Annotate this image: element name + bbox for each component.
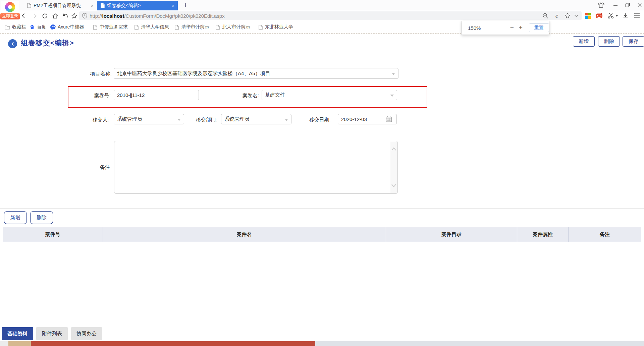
file-no-label: 案卷号: — [77, 93, 111, 99]
app-grid-icon[interactable] — [584, 11, 592, 20]
zoom-level: 150% — [468, 25, 481, 31]
bookmark-nefu[interactable]: 东北林业大学 — [258, 21, 293, 34]
scroll-down-icon[interactable] — [391, 184, 396, 188]
bookmark-tsinghua-audit[interactable]: 清华审计演示 — [174, 21, 209, 34]
refresh-icon[interactable] — [40, 11, 49, 20]
favorite-star-icon[interactable] — [70, 11, 78, 20]
bookmark-baidu[interactable]: 百度 — [30, 21, 46, 34]
tab-close-icon[interactable]: × — [172, 3, 174, 8]
header-save-button[interactable]: 保存 — [623, 36, 644, 47]
detail-add-button[interactable]: 新增 — [4, 211, 27, 224]
page-icon — [92, 24, 98, 30]
page-icon — [133, 24, 139, 30]
bottom-strip — [8, 341, 31, 346]
ie-mode-icon[interactable]: e — [553, 11, 561, 20]
new-tab-button[interactable]: + — [181, 1, 190, 9]
axure-icon — [50, 24, 56, 30]
download-icon[interactable] — [621, 11, 630, 20]
bookmark-zhongchuan[interactable]: 中传业务需求 — [92, 21, 128, 34]
home-icon[interactable] — [51, 11, 59, 20]
bottom-strip — [315, 341, 644, 346]
scroll-up-icon[interactable] — [391, 147, 396, 151]
column-case-name[interactable]: 案件名 — [103, 227, 386, 242]
header-add-button[interactable]: 新增 — [573, 36, 595, 47]
dropdown-caret-icon — [285, 119, 288, 121]
page-back-button[interactable] — [8, 39, 17, 48]
remark-scrollbar[interactable] — [390, 141, 397, 193]
url-text: http://localhost/CustomForm/DocMgr/pk020… — [90, 13, 225, 19]
file-name-label: 案卷名: — [225, 93, 259, 99]
minimize-button[interactable] — [611, 1, 620, 9]
dropdown-caret-icon — [390, 95, 394, 97]
page-icon — [27, 3, 31, 8]
theme-skin-icon[interactable] — [597, 1, 605, 9]
project-name-select[interactable]: 北京中医药大学良乡校区基础医学院及形态学实验楼（A4、A5）项目 — [114, 68, 398, 79]
header-delete-button[interactable]: 删除 — [598, 36, 620, 47]
file-name-select[interactable]: 基建文件 — [262, 90, 397, 100]
bookmark-axure[interactable]: Axure中继器 — [50, 21, 84, 34]
tab-zujuan-edit[interactable]: 组卷移交<编辑> × — [97, 1, 178, 10]
chevron-down-icon[interactable] — [572, 11, 580, 20]
bookmark-tsinghua-info[interactable]: 清华大学信息 — [133, 21, 169, 34]
tab-close-icon[interactable]: × — [91, 3, 94, 8]
file-no-input[interactable] — [114, 90, 199, 100]
tab-pm2-system[interactable]: PM2工程项目管理系统 × — [23, 1, 97, 10]
screenshot-scissors-icon[interactable] — [606, 11, 615, 20]
page-icon — [174, 24, 179, 30]
tab-title: PM2工程项目管理系统 — [34, 3, 81, 9]
calendar-icon[interactable] — [386, 116, 392, 124]
column-case-catalog[interactable]: 案件目录 — [386, 227, 518, 242]
login-badge[interactable]: 立即登录 — [0, 13, 20, 19]
bookmark-pku-audit[interactable]: 北大审计演示 — [215, 21, 250, 34]
dropdown-caret-icon — [177, 119, 181, 121]
column-case-attr[interactable]: 案件属性 — [517, 227, 569, 242]
browser-logo-icon — [5, 2, 15, 12]
zoom-page-icon[interactable] — [541, 11, 549, 20]
transfer-dept-label: 移交部门: — [183, 117, 217, 123]
transfer-person-label: 移交人: — [75, 117, 109, 123]
dropdown-caret-icon — [392, 73, 395, 75]
tab-basic-info[interactable]: 基础资料 — [2, 327, 33, 340]
tab-title: 组卷移交<编辑> — [107, 3, 141, 9]
tab-attachment-list[interactable]: 附件列表 — [36, 327, 68, 340]
zoom-popup: 150% − + 重置 — [462, 21, 549, 35]
transfer-dept-select[interactable]: 系统管理员 — [221, 114, 291, 124]
transfer-person-select[interactable]: 系统管理员 — [114, 114, 184, 124]
tab-collaboration[interactable]: 协同办公 — [71, 327, 102, 340]
forward-icon[interactable] — [30, 11, 39, 20]
section-divider — [0, 208, 644, 209]
bottom-strip — [31, 341, 315, 346]
scissors-dropdown-caret-icon[interactable] — [614, 11, 619, 20]
page-icon — [215, 24, 220, 30]
transfer-date-label: 移交日期: — [296, 117, 331, 123]
page-title: 组卷移交<编辑> — [21, 38, 74, 48]
address-bar[interactable]: http://localhost/CustomForm/DocMgr/pk020… — [79, 11, 582, 20]
folder-icon — [5, 24, 10, 30]
zoom-out-button[interactable]: − — [507, 24, 516, 32]
shield-icon — [82, 13, 88, 19]
collect-star-icon[interactable] — [564, 11, 572, 20]
column-remark[interactable]: 备注 — [569, 227, 641, 242]
page-icon — [100, 3, 105, 8]
back-chevron-icon — [11, 42, 15, 46]
case-table-header: 案件号 案件名 案件目录 案件属性 备注 — [3, 227, 641, 242]
baidu-paw-icon — [30, 24, 35, 30]
browser-logo[interactable] — [1, 1, 19, 13]
game-center-icon[interactable] — [595, 11, 603, 20]
close-window-button[interactable] — [635, 1, 644, 9]
zoom-reset-button[interactable]: 重置 — [529, 23, 549, 32]
navigation-bar: http://localhost/CustomForm/DocMgr/pk020… — [0, 10, 644, 21]
maximize-button[interactable] — [623, 1, 632, 9]
zoom-in-button[interactable]: + — [516, 24, 525, 32]
bottom-strip — [0, 341, 8, 346]
menu-icon[interactable] — [633, 11, 641, 20]
remark-label: 备注 — [100, 164, 112, 171]
page-icon — [258, 24, 263, 30]
undo-icon[interactable] — [61, 11, 69, 20]
bookmark-folder[interactable]: 收藏栏 — [5, 21, 26, 34]
back-icon[interactable] — [19, 11, 28, 20]
project-name-label: 项目名称: — [67, 71, 112, 77]
column-case-no[interactable]: 案件号 — [3, 227, 103, 242]
remark-textarea[interactable] — [114, 141, 398, 194]
detail-delete-button[interactable]: 删除 — [30, 211, 53, 224]
